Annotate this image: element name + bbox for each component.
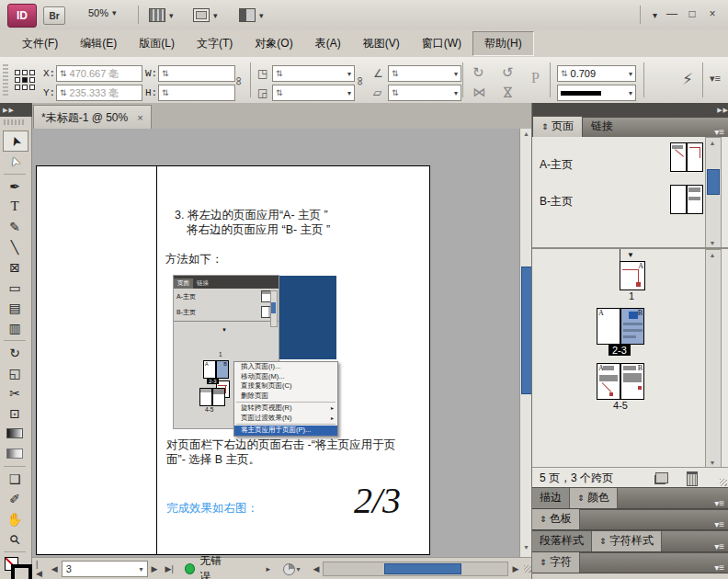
scale-y-input[interactable]: ⇅ ▾ bbox=[272, 85, 355, 101]
scissors-tool[interactable]: ✂ bbox=[3, 383, 27, 403]
spread-4-5-thumbnail[interactable]: A B bbox=[597, 363, 644, 398]
constrain-dimensions-icon[interactable]: ∞ bbox=[233, 77, 246, 85]
zoom-level-dropdown[interactable]: 50% ▾ bbox=[88, 7, 117, 18]
menu-layout[interactable]: 版面(L) bbox=[128, 32, 186, 55]
menu-table[interactable]: 表(A) bbox=[304, 32, 352, 55]
status-flyout-arrow[interactable]: ▸ bbox=[263, 564, 275, 573]
tab-character-styles[interactable]: ⇕ 字符样式 bbox=[592, 531, 662, 551]
y-input[interactable]: ⇅ 235.333 毫 bbox=[56, 85, 142, 101]
view-options-button[interactable]: ▾ bbox=[149, 8, 174, 22]
document-page[interactable]: 3. 将左边的页面应用“A- 主页 ” 将右边的页面应用 “B- 主页 ” 方法… bbox=[36, 165, 430, 555]
tab-character[interactable]: ⇕ 字符 bbox=[532, 552, 580, 573]
h-input[interactable]: ⇅ bbox=[158, 85, 235, 101]
tab-pages[interactable]: ⇕ 页面 bbox=[532, 116, 583, 137]
page-number-field[interactable]: 3 ▾ bbox=[62, 561, 148, 577]
type-tool[interactable]: T bbox=[3, 197, 27, 216]
menu-type[interactable]: 文字(T) bbox=[186, 32, 244, 55]
hand-tool[interactable]: ✋ bbox=[3, 509, 27, 528]
arrange-documents-button[interactable]: ▾ bbox=[239, 8, 264, 22]
master-a-thumbnail[interactable] bbox=[670, 142, 703, 170]
direct-selection-tool[interactable]: ➤ bbox=[3, 152, 27, 171]
toolbar-collapse-bar[interactable]: ▶▶ bbox=[0, 103, 34, 117]
panel-menu-icon[interactable]: ▾≡ bbox=[714, 519, 728, 529]
menu-view[interactable]: 视图(V) bbox=[352, 32, 411, 55]
tab-links[interactable]: 链接 bbox=[583, 117, 621, 137]
master-b-thumbnail[interactable] bbox=[670, 185, 703, 212]
scroll-down-icon[interactable]: ▼ bbox=[706, 460, 719, 466]
zoom-tool[interactable]: ⚲ bbox=[3, 529, 27, 549]
resize-grip[interactable] bbox=[524, 565, 531, 573]
master-b-item[interactable]: B-主页 bbox=[540, 194, 573, 210]
screen-mode-button[interactable]: ▾ bbox=[193, 8, 218, 22]
document-canvas[interactable]: 3. 将左边的页面应用“A- 主页 ” 将右边的页面应用 “B- 主页 ” 方法… bbox=[32, 129, 531, 557]
close-button[interactable]: × bbox=[704, 7, 721, 20]
menu-edit[interactable]: 编辑(E) bbox=[69, 32, 128, 55]
panel-grip[interactable] bbox=[3, 64, 8, 96]
spread-2-3-label[interactable]: 2-3 bbox=[609, 345, 631, 356]
tab-paragraph-styles[interactable]: 段落样式 bbox=[532, 531, 592, 551]
free-transform-tool[interactable]: ⊡ bbox=[3, 403, 27, 423]
flip-vertical-button[interactable]: ⋈ bbox=[501, 85, 516, 98]
document-tab[interactable]: *未标题-1 @ 50% × bbox=[33, 105, 152, 130]
vertical-scrollbar[interactable]: ▲ ▼ bbox=[519, 129, 531, 557]
bridge-button[interactable]: Br bbox=[43, 6, 65, 25]
page-1-thumbnail[interactable]: A bbox=[620, 261, 645, 290]
note-tool[interactable]: ❑ bbox=[3, 469, 27, 488]
page-1-label[interactable]: 1 bbox=[620, 290, 643, 301]
pen-tool[interactable]: ✒ bbox=[3, 176, 27, 196]
stroke-swatch[interactable] bbox=[11, 564, 32, 579]
menu-help[interactable]: 帮助(H) bbox=[472, 31, 534, 56]
vertical-scroll-thumb[interactable] bbox=[521, 267, 531, 394]
preflight-menu-icon[interactable] bbox=[283, 563, 294, 575]
shear-angle-input[interactable]: ⇅ ▾ bbox=[388, 85, 461, 101]
flip-horizontal-button[interactable]: ⋈ bbox=[472, 85, 485, 99]
scroll-down-icon[interactable]: ▼ bbox=[520, 544, 531, 551]
scroll-up-icon[interactable]: ▲ bbox=[520, 131, 531, 137]
rectangle-tool[interactable]: ▭ bbox=[3, 278, 27, 297]
selection-tool[interactable]: ➤ bbox=[3, 131, 28, 152]
panel-menu-icon[interactable]: ▾≡ bbox=[714, 541, 728, 551]
line-tool[interactable]: ╲ bbox=[3, 237, 27, 256]
panel-menu-icon[interactable]: ▾≡ bbox=[714, 127, 728, 137]
resize-grip[interactable] bbox=[720, 479, 727, 486]
rotate-ccw-button[interactable]: ↺ bbox=[502, 64, 514, 81]
quick-apply-button[interactable]: ⚡ bbox=[682, 70, 693, 89]
minimize-button[interactable]: — bbox=[664, 7, 680, 20]
frame-tool[interactable]: ⊠ bbox=[3, 257, 27, 277]
master-a-item[interactable]: A-主页 bbox=[540, 157, 573, 173]
horizontal-scroll-thumb[interactable] bbox=[384, 563, 461, 574]
gradient-tool[interactable] bbox=[3, 424, 27, 443]
panel-menu-icon[interactable]: ▾≡ bbox=[714, 498, 728, 508]
menu-object[interactable]: 对象(O) bbox=[244, 32, 303, 55]
rotation-angle-input[interactable]: ⇅ ▾ bbox=[388, 65, 461, 82]
spread-2-3-thumbnail[interactable]: A B bbox=[597, 308, 644, 343]
pencil-tool[interactable]: ✎ bbox=[3, 217, 27, 236]
masters-scrollbar[interactable]: ▲ ▼ bbox=[705, 137, 722, 249]
spread-4-5-label[interactable]: 4-5 bbox=[597, 400, 644, 411]
horizontal-grid-tool[interactable]: ▤ bbox=[3, 298, 27, 317]
horizontal-scrollbar[interactable] bbox=[323, 562, 508, 576]
reference-point-proxy[interactable] bbox=[15, 70, 35, 90]
gradient-feather-tool[interactable] bbox=[3, 444, 27, 463]
w-input[interactable]: ⇅ bbox=[158, 65, 235, 82]
scroll-up-icon[interactable]: ▲ bbox=[706, 140, 719, 146]
workspace-dropdown[interactable]: ▾ bbox=[653, 10, 657, 20]
delete-page-button[interactable] bbox=[687, 471, 698, 486]
first-page-button[interactable]: |◀ bbox=[32, 560, 48, 578]
next-page-button[interactable]: ▶ bbox=[148, 564, 162, 573]
vertical-grid-tool[interactable]: ▥ bbox=[3, 318, 27, 337]
stroke-weight-input[interactable]: ⇅ 0.709 ▾ bbox=[557, 65, 636, 82]
scroll-left-icon[interactable]: ◀ bbox=[310, 564, 324, 573]
scale-x-input[interactable]: ⇅ ▾ bbox=[272, 65, 355, 82]
last-page-button[interactable]: ▶| bbox=[161, 564, 176, 573]
previous-page-button[interactable]: ◀ bbox=[48, 564, 62, 573]
panel-menu-button[interactable]: ▾≡ bbox=[710, 73, 721, 85]
scroll-right-icon[interactable]: ▶ bbox=[508, 564, 522, 573]
toolbar-grip[interactable] bbox=[4, 119, 26, 125]
scroll-down-icon[interactable]: ▼ bbox=[706, 240, 719, 246]
maximize-button[interactable]: □ bbox=[684, 7, 700, 20]
rotate-tool[interactable]: ↻ bbox=[3, 343, 27, 362]
menu-window[interactable]: 窗口(W) bbox=[411, 32, 472, 55]
rotate-cw-button[interactable]: ↻ bbox=[472, 64, 484, 81]
panel-menu-icon[interactable]: ▾≡ bbox=[714, 562, 728, 573]
